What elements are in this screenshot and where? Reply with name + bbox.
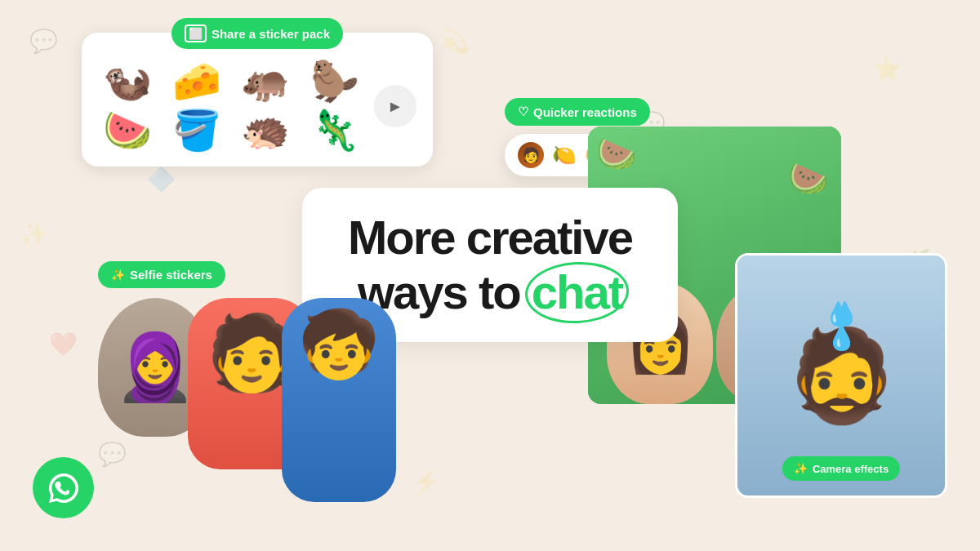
share-sticker-badge-wrap: ⬜ Share a sticker pack xyxy=(172,18,343,49)
reaction-1[interactable]: 🍋 xyxy=(552,144,577,167)
sticker-1: 🦦 xyxy=(98,62,158,101)
headline-text: More creative ways to chat xyxy=(343,211,637,319)
tear-3: 💧 xyxy=(824,300,853,327)
sticker-grid: 🦦 🧀 🦛 🦫 🍉 🪣 🦔 🦎 ► xyxy=(98,62,416,150)
selfie-photos: 🧕 🧑 🧒 xyxy=(98,298,396,502)
sticker-7: 🦔 xyxy=(236,111,296,150)
selfie-stickers-badge: ✨ Selfie stickers xyxy=(98,261,225,288)
sticker-panel: ⬜ Share a sticker pack 🦦 🧀 🦛 🦫 🍉 🪣 🦔 🦎 ► xyxy=(82,33,433,167)
headline-line2: ways to chat xyxy=(343,265,637,320)
camera-photo-bg: 🧔 💧 💧 💧 💧 ✨ Camera effects xyxy=(737,256,945,495)
watermelon-deco-1: 🍉 xyxy=(596,135,637,173)
sticker-icon: ⬜ xyxy=(185,24,207,42)
sticker-8: 🦎 xyxy=(305,111,365,150)
sticker-6: 🪣 xyxy=(167,111,227,150)
headline-line1: More creative xyxy=(343,211,637,265)
sticker-2: 🧀 xyxy=(167,62,227,101)
camera-sparkle-icon: ✨ xyxy=(794,462,808,475)
quicker-reactions-badge: ♡ Quicker reactions xyxy=(505,98,650,126)
heart-icon: ♡ xyxy=(518,104,528,119)
selfie-stickers-label: Selfie stickers xyxy=(130,268,212,282)
watermelon-deco-2: 🍉 xyxy=(788,159,829,198)
camera-effects-badge: ✨ Camera effects xyxy=(782,456,900,481)
tear-4: 💧 xyxy=(828,325,857,352)
camera-effects-badge-wrap: ✨ Camera effects xyxy=(782,456,900,481)
quicker-reactions-label: Quicker reactions xyxy=(533,105,637,119)
sticker-5: 🍉 xyxy=(98,111,158,150)
share-sticker-badge: ⬜ Share a sticker pack xyxy=(172,18,343,49)
share-sticker-label: Share a sticker pack xyxy=(212,27,330,41)
send-sticker-button[interactable]: ► xyxy=(374,85,416,127)
headline-chat-word: chat xyxy=(532,265,622,320)
reaction-avatar: 🧑 xyxy=(518,142,544,168)
camera-effects-label: Camera effects xyxy=(813,463,889,475)
quicker-reactions-badge-wrap: ♡ Quicker reactions xyxy=(505,98,817,126)
whatsapp-circle xyxy=(33,457,94,518)
sticker-3: 🦛 xyxy=(236,62,296,101)
selfie-section: ✨ Selfie stickers 🧕 🧑 🧒 xyxy=(98,261,396,502)
whatsapp-logo xyxy=(33,457,94,518)
whatsapp-icon xyxy=(46,470,82,506)
selfie-sparkle-icon: ✨ xyxy=(111,269,125,282)
camera-effects-photo: 🧔 💧 💧 💧 💧 ✨ Camera effects xyxy=(735,253,947,498)
selfie-child: 🧒 xyxy=(282,298,396,502)
sticker-4: 🦫 xyxy=(305,62,365,101)
